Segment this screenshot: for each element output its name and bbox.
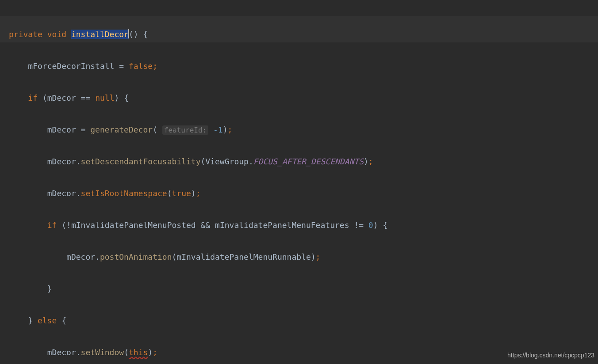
field: mForceDecorInstall <box>28 61 114 71</box>
watermark: https://blog.csdn.net/cpcpcp123 <box>507 349 594 361</box>
code-line-2[interactable]: mForceDecorInstall = false; <box>9 58 598 74</box>
keyword-void: void <box>47 30 66 39</box>
code-line-5[interactable]: mDecor.setDescendantFocusability(ViewGro… <box>9 154 598 170</box>
this-keyword-wavy: this <box>129 348 148 357</box>
keyword-private: private <box>9 30 42 39</box>
code-editor[interactable]: private void installDecor() { mForceDeco… <box>0 0 598 364</box>
code-line-8[interactable]: mDecor.postOnAnimation(mInvalidatePanelM… <box>9 249 598 265</box>
code-line-4[interactable]: mDecor = generateDecor( featureId: -1); <box>9 122 598 138</box>
code-line-9[interactable]: } <box>9 281 598 297</box>
code-line-1[interactable]: private void installDecor() { <box>0 16 598 42</box>
method-name-selected[interactable]: installDecor <box>71 30 129 39</box>
parens: () <box>129 30 138 39</box>
code-line-10[interactable]: } else { <box>9 313 598 329</box>
brace: { <box>138 30 148 39</box>
code-line-7[interactable]: if (!mInvalidatePanelMenuPosted && mInva… <box>9 217 598 233</box>
code-line-6[interactable]: mDecor.setIsRootNamespace(true); <box>9 186 598 201</box>
param-hint: featureId: <box>162 125 208 135</box>
code-line-3[interactable]: if (mDecor == null) { <box>9 90 598 106</box>
